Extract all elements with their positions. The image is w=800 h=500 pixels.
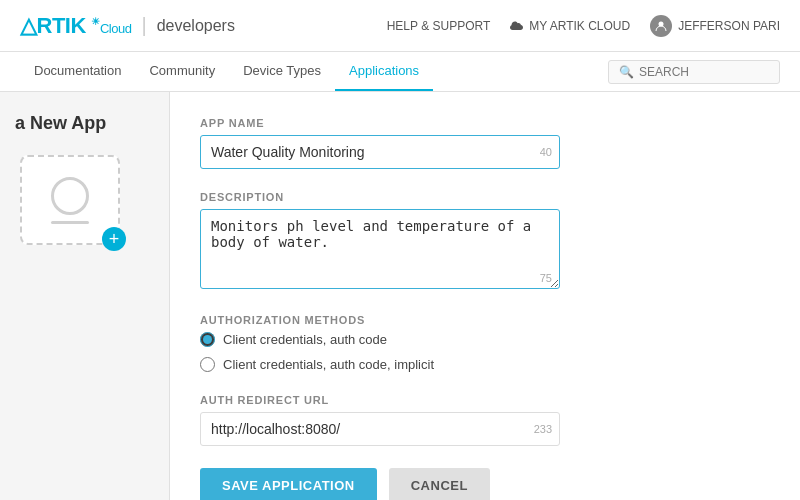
main-content: a New App + APP NAME 40 DESCRIPTION Moni… <box>0 92 800 500</box>
redirect-url-input[interactable] <box>200 412 560 446</box>
sidebar: a New App + <box>0 92 170 500</box>
user-menu[interactable]: JEFFERSON PARI <box>650 15 780 37</box>
cancel-button[interactable]: CANCEL <box>389 468 490 500</box>
search-input[interactable] <box>639 65 769 79</box>
nav-bar: Documentation Community Device Types App… <box>0 52 800 92</box>
redirect-char-count: 233 <box>534 423 552 435</box>
redirect-label: AUTH REDIRECT URL <box>200 394 770 406</box>
app-preview-inner <box>51 177 89 224</box>
search-icon: 🔍 <box>619 65 634 79</box>
redirect-url-group: AUTH REDIRECT URL 233 <box>200 394 770 446</box>
logo-divider: | <box>141 14 146 37</box>
app-name-char-count: 40 <box>540 146 552 158</box>
nav-applications[interactable]: Applications <box>335 52 433 91</box>
nav-community[interactable]: Community <box>135 52 229 91</box>
logo: △RTIK ☀Cloud <box>20 13 131 39</box>
logo-brand: △RTIK <box>20 13 86 38</box>
my-artik-label: MY ARTIK CLOUD <box>529 19 630 33</box>
save-application-button[interactable]: SAVE APPLICATION <box>200 468 377 500</box>
logo-cloud: Cloud <box>100 21 131 36</box>
auth-option-2-label: Client credentials, auth code, implicit <box>223 357 434 372</box>
auth-radio-1[interactable] <box>200 332 215 347</box>
header-logo-area: △RTIK ☀Cloud | developers <box>20 13 235 39</box>
auth-option-1-label: Client credentials, auth code <box>223 332 387 347</box>
auth-option-2[interactable]: Client credentials, auth code, implicit <box>200 357 770 372</box>
app-name-input-wrapper: 40 <box>200 135 560 169</box>
button-row: SAVE APPLICATION CANCEL <box>200 468 770 500</box>
description-input-wrapper: Monitors ph level and temperature of a b… <box>200 209 560 292</box>
my-artik-cloud-link[interactable]: MY ARTIK CLOUD <box>510 19 630 33</box>
radio-group: Client credentials, auth code Client cre… <box>200 332 770 372</box>
page-title: a New App <box>15 112 154 135</box>
app-name-label: APP NAME <box>200 117 770 129</box>
header-actions: HELP & SUPPORT MY ARTIK CLOUD JEFFERSON … <box>387 15 780 37</box>
help-support-link[interactable]: HELP & SUPPORT <box>387 19 491 33</box>
nav-device-types[interactable]: Device Types <box>229 52 335 91</box>
form-area: APP NAME 40 DESCRIPTION Monitors ph leve… <box>170 92 800 500</box>
description-group: DESCRIPTION Monitors ph level and temper… <box>200 191 770 292</box>
header: △RTIK ☀Cloud | developers HELP & SUPPORT… <box>0 0 800 52</box>
auth-methods-label: AUTHORIZATION METHODS <box>200 314 770 326</box>
auth-methods-group: AUTHORIZATION METHODS Client credentials… <box>200 314 770 372</box>
description-label: DESCRIPTION <box>200 191 770 203</box>
description-char-count: 75 <box>540 272 552 284</box>
user-icon <box>655 20 667 32</box>
app-preview-circle <box>51 177 89 215</box>
username-label: JEFFERSON PARI <box>678 19 780 33</box>
add-icon: + <box>102 227 126 251</box>
app-name-input[interactable] <box>200 135 560 169</box>
cloud-icon <box>510 20 524 32</box>
redirect-input-wrapper: 233 <box>200 412 560 446</box>
nav-items: Documentation Community Device Types App… <box>20 52 433 91</box>
app-preview-box: + <box>20 155 120 245</box>
user-avatar <box>650 15 672 37</box>
auth-option-1[interactable]: Client credentials, auth code <box>200 332 770 347</box>
nav-documentation[interactable]: Documentation <box>20 52 135 91</box>
logo-developers: developers <box>157 17 235 35</box>
auth-radio-2[interactable] <box>200 357 215 372</box>
app-name-group: APP NAME 40 <box>200 117 770 169</box>
description-input[interactable]: Monitors ph level and temperature of a b… <box>200 209 560 289</box>
search-box[interactable]: 🔍 <box>608 60 780 84</box>
app-preview-line <box>51 221 89 224</box>
